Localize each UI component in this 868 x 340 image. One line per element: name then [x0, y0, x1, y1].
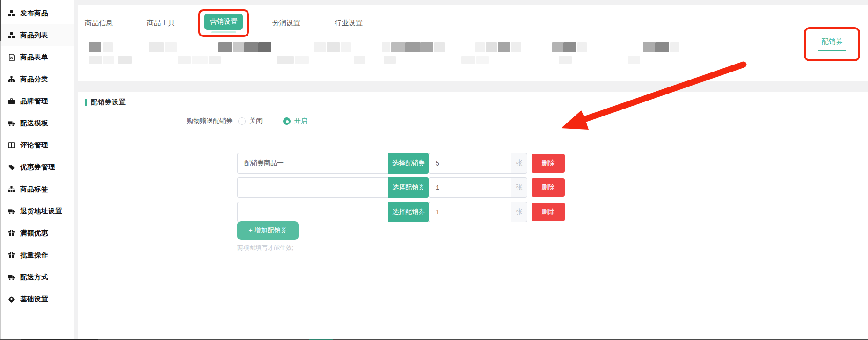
redacted-item: [178, 56, 191, 64]
coupon-product-input[interactable]: [237, 153, 388, 174]
gift-icon: [8, 230, 15, 237]
sidebar-scrollbar-track: [0, 41, 1, 340]
tab-marketing-settings[interactable]: 营销设置: [204, 14, 243, 30]
sidebar-item-label: 商品列表: [20, 31, 48, 40]
sidebar-item-label: 评论管理: [20, 141, 48, 150]
radio-option-off[interactable]: 关闭: [238, 117, 263, 125]
redacted-item: [233, 42, 244, 52]
coupon-count-input[interactable]: [429, 177, 511, 198]
gift-coupon-radio-row: 购物赠送配销券 关闭 开启: [78, 116, 307, 126]
sidebar-scrollbar-thumb[interactable]: [0, 0, 1, 41]
sidebar-item[interactable]: 发布商品: [0, 2, 74, 24]
select-coupon-button[interactable]: 选择配销券: [388, 202, 429, 222]
redacted-item: [552, 42, 563, 52]
coupon-settings-panel: 配销券设置 购物赠送配销券 关闭 开启 选择配销券 张 删除 选择配销券 张 删…: [78, 92, 868, 340]
redacted-item: [103, 56, 114, 64]
section-accent-bar: [85, 99, 87, 106]
sidebar-item[interactable]: 退货地址设置: [0, 200, 74, 222]
coupon-count-input[interactable]: [429, 202, 511, 222]
redacted-item: [655, 42, 669, 52]
redacted-subnav-row-2: [78, 56, 640, 64]
section-title: 配销券设置: [91, 98, 126, 107]
unit-suffix: 张: [511, 177, 527, 198]
sidebar-item-label: 配送方式: [20, 273, 48, 282]
radio-option-on[interactable]: 开启: [283, 117, 307, 125]
sidebar-item[interactable]: 商品列表: [0, 24, 74, 46]
gift-coupon-label: 购物赠送配销券: [78, 117, 233, 125]
truck-icon: [8, 120, 15, 127]
coupon-product-input[interactable]: [237, 177, 388, 198]
add-coupon-button[interactable]: + 增加配销券: [237, 221, 299, 240]
gift-icon: [8, 252, 15, 259]
tab-product-info[interactable]: 商品信息: [85, 19, 113, 28]
sidebar-item[interactable]: 配送模板: [0, 112, 74, 134]
redacted-item: [643, 42, 655, 52]
subtab-distribution-coupon[interactable]: 配销券: [822, 37, 843, 46]
section-title-row: 配销券设置: [85, 98, 126, 107]
radio-on-icon[interactable]: [283, 117, 291, 125]
sidebar-item-label: 商品表单: [20, 53, 48, 62]
coupon-rows: 选择配销券 张 删除 选择配销券 张 删除 选择配销券 张 删除: [237, 153, 565, 226]
redacted-item: [670, 42, 679, 52]
annotation-box-marketing-tab: 营销设置: [198, 9, 249, 37]
sidebar-item[interactable]: 满额优惠: [0, 222, 74, 244]
select-coupon-button[interactable]: 选择配销券: [388, 153, 429, 174]
radio-off-label: 关闭: [249, 117, 263, 125]
sidebar-item[interactable]: 基础设置: [0, 288, 74, 310]
redacted-item: [89, 56, 102, 64]
redacted-item: [475, 42, 485, 52]
sidebar-item-label: 品牌管理: [20, 97, 48, 106]
redacted-item: [314, 42, 326, 52]
redacted-item: [149, 42, 164, 52]
redacted-item: [498, 42, 510, 52]
redacted-item: [218, 42, 232, 52]
coupon-row: 选择配销券 张 删除: [237, 153, 565, 174]
coupon-row: 选择配销券 张 删除: [237, 177, 565, 198]
redacted-item: [628, 56, 640, 64]
sidebar-item[interactable]: 品牌管理: [0, 90, 74, 112]
redacted-item: [420, 42, 433, 52]
radio-off-icon[interactable]: [238, 117, 246, 125]
sidebar-item[interactable]: 优惠券管理: [0, 156, 74, 178]
columns-icon: [8, 142, 15, 149]
tab-industry-settings[interactable]: 行业设置: [335, 19, 363, 28]
sidebar-item[interactable]: 商品标签: [0, 178, 74, 200]
redacted-item: [89, 42, 101, 52]
sidebar-nav: 发布商品商品列表商品表单商品分类品牌管理配送模板评论管理优惠券管理商品标签退货地…: [0, 0, 74, 310]
coupon-count-input[interactable]: [429, 153, 511, 174]
coupon-product-input[interactable]: [237, 202, 388, 222]
sidebar-item-label: 配送模板: [20, 119, 48, 128]
select-coupon-button[interactable]: 选择配销券: [388, 177, 429, 198]
tab-profit-settings[interactable]: 分润设置: [272, 19, 300, 28]
sidebar-item[interactable]: 批量操作: [0, 244, 74, 266]
delete-row-button[interactable]: 删除: [532, 203, 565, 221]
delete-row-button[interactable]: 删除: [532, 178, 565, 197]
sitemap-icon: [8, 76, 15, 83]
sidebar-item[interactable]: 评论管理: [0, 134, 74, 156]
redacted-item: [103, 42, 113, 52]
sidebar-item-label: 退货地址设置: [20, 207, 62, 216]
redacted-item: [486, 42, 497, 52]
header-card: 商品信息 商品工具 营销设置 分润设置 行业设置 配销券: [78, 5, 868, 81]
redacted-item: [209, 56, 221, 64]
briefcase-icon: [8, 98, 15, 105]
cubes-icon: [8, 10, 15, 17]
sidebar-item-label: 批量操作: [20, 251, 48, 260]
active-tab-underline: [211, 31, 236, 33]
file-excel-icon: [8, 54, 15, 61]
sidebar-item[interactable]: 配送方式: [0, 266, 74, 288]
cubes-icon: [8, 32, 15, 39]
redacted-item: [244, 42, 258, 52]
sidebar-item[interactable]: 商品分类: [0, 68, 74, 90]
redacted-item: [577, 42, 587, 52]
sidebar-item[interactable]: 商品表单: [0, 46, 74, 68]
redacted-item: [559, 56, 572, 64]
redacted-item: [341, 42, 351, 52]
annotation-box-coupon-tab: 配销券: [804, 27, 860, 61]
redacted-item: [511, 42, 521, 52]
tab-product-tools[interactable]: 商品工具: [147, 19, 175, 28]
sidebar-item-label: 优惠券管理: [20, 163, 55, 172]
delete-row-button[interactable]: 删除: [532, 154, 565, 173]
sitemap-icon: [8, 186, 15, 193]
redacted-item: [461, 56, 475, 64]
